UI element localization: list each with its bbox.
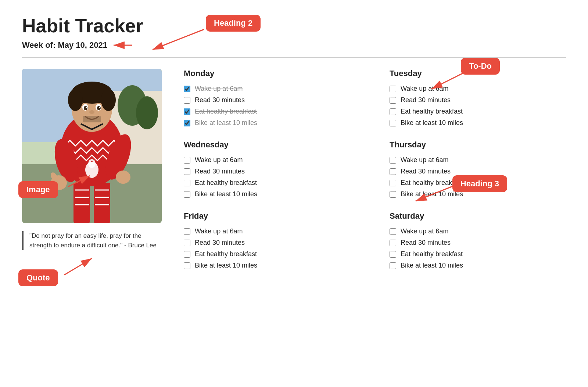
task-checkbox-m2[interactable] [184, 97, 190, 104]
left-column: Image "Do not pray for an easy life, pra… [22, 69, 162, 283]
task-checkbox-w3[interactable] [184, 180, 190, 186]
task-item: Wake up at 6am [184, 85, 360, 93]
task-checkbox-f1[interactable] [184, 228, 190, 235]
task-checkbox-t4[interactable] [390, 120, 396, 126]
task-item: Eat healthy breakfast [184, 108, 360, 115]
task-label: Bike at least 10 miles [195, 262, 257, 269]
day-section-friday: FridayWake up at 6amRead 30 minutesEat h… [184, 211, 360, 269]
task-checkbox-m4[interactable] [184, 120, 190, 126]
svg-point-22 [101, 89, 116, 111]
task-checkbox-w2[interactable] [184, 168, 190, 175]
svg-point-28 [99, 107, 100, 108]
task-checkbox-m1[interactable] [184, 86, 190, 92]
task-item: Read 30 minutes [390, 168, 566, 175]
days-grid: MondayWake up at 6amRead 30 minutesEat h… [184, 69, 566, 283]
quote-text: "Do not pray for an easy life, pray for … [29, 231, 162, 250]
task-item: Eat healthy breakfast [390, 108, 566, 115]
day-section-tuesday: TuesdayWake up at 6amRead 30 minutesEat … [390, 69, 566, 127]
svg-point-27 [86, 107, 87, 108]
task-item: Bike at least 10 miles [184, 190, 360, 198]
task-item: Eat healthy breakfast [184, 179, 360, 187]
task-item: Wake up at 6am [390, 85, 566, 93]
svg-line-41 [431, 71, 468, 89]
svg-point-11 [88, 159, 96, 168]
day-title-saturday: Saturday [390, 211, 566, 222]
quote-arrow [62, 255, 99, 277]
svg-rect-32 [94, 183, 110, 223]
task-label: Read 30 minutes [195, 168, 245, 175]
svg-rect-31 [74, 183, 90, 223]
task-item: Bike at least 10 miles [184, 262, 360, 269]
task-checkbox-sa2[interactable] [390, 240, 396, 246]
task-label: Eat healthy breakfast [195, 250, 257, 258]
task-label: Wake up at 6am [401, 156, 448, 164]
image-annotation: Image [18, 181, 58, 198]
task-item: Bike at least 10 miles [184, 119, 360, 127]
heading2-arrow [149, 26, 208, 55]
task-list-monday: Wake up at 6amRead 30 minutesEat healthy… [184, 85, 360, 127]
task-list-tuesday: Wake up at 6amRead 30 minutesEat healthy… [390, 85, 566, 127]
task-label: Bike at least 10 miles [195, 190, 257, 198]
task-label: Read 30 minutes [401, 239, 451, 247]
day-title-monday: Monday [184, 69, 360, 80]
task-item: Read 30 minutes [184, 239, 360, 247]
day-section-wednesday: WednesdayWake up at 6amRead 30 minutesEa… [184, 140, 360, 198]
task-label: Wake up at 6am [401, 227, 448, 235]
task-label: Read 30 minutes [401, 96, 451, 104]
task-item: Bike at least 10 miles [390, 262, 566, 269]
svg-point-25 [84, 106, 87, 110]
day-title-friday: Friday [184, 211, 360, 222]
task-checkbox-th3[interactable] [390, 180, 396, 186]
header-area: Habit Tracker Heading 2 Week of: May 10,… [22, 15, 566, 50]
task-checkbox-t2[interactable] [390, 97, 396, 104]
task-label: Wake up at 6am [195, 227, 243, 235]
week-arrow [112, 41, 134, 50]
svg-point-21 [68, 89, 83, 111]
task-checkbox-f4[interactable] [184, 262, 190, 269]
heading3-label: Heading 3 [452, 175, 507, 192]
task-item: Wake up at 6am [390, 227, 566, 235]
day-title-wednesday: Wednesday [184, 140, 360, 151]
task-label: Bike at least 10 miles [195, 119, 257, 127]
heading3-arrow [412, 183, 460, 208]
svg-line-1 [153, 29, 204, 50]
task-checkbox-sa3[interactable] [390, 251, 396, 258]
task-checkbox-f2[interactable] [184, 240, 190, 246]
week-label: Week of: May 10, 2021 [22, 40, 566, 50]
task-label: Read 30 minutes [401, 168, 451, 175]
quote-label: Quote [18, 269, 58, 286]
task-checkbox-th2[interactable] [390, 168, 396, 175]
task-checkbox-t3[interactable] [390, 108, 396, 115]
page-title: Habit Tracker [22, 15, 566, 37]
heading2-label: Heading 2 [206, 15, 261, 32]
task-label: Eat healthy breakfast [401, 108, 463, 115]
day-title-thursday: Thursday [390, 140, 566, 151]
task-checkbox-sa4[interactable] [390, 262, 396, 269]
task-checkbox-th1[interactable] [390, 157, 396, 164]
task-label: Wake up at 6am [195, 85, 243, 93]
task-list-friday: Wake up at 6amRead 30 minutesEat healthy… [184, 227, 360, 269]
person-image [22, 69, 162, 223]
task-checkbox-sa1[interactable] [390, 228, 396, 235]
task-item: Eat healthy breakfast [184, 250, 360, 258]
task-checkbox-m3[interactable] [184, 108, 190, 115]
quote-block: "Do not pray for an easy life, pray for … [22, 231, 162, 250]
task-list-saturday: Wake up at 6amRead 30 minutesEat healthy… [390, 227, 566, 269]
svg-point-7 [136, 96, 158, 129]
heading3-annotation: Heading 3 [452, 175, 507, 192]
task-label: Read 30 minutes [195, 96, 245, 104]
task-checkbox-f3[interactable] [184, 251, 190, 258]
task-item: Wake up at 6am [390, 156, 566, 164]
task-list-wednesday: Wake up at 6amRead 30 minutesEat healthy… [184, 156, 360, 198]
svg-point-16 [116, 171, 130, 184]
task-label: Eat healthy breakfast [195, 108, 257, 115]
day-section-monday: MondayWake up at 6amRead 30 minutesEat h… [184, 69, 360, 127]
days-container: To-Do Heading 3 MondayWake up at 6amRead… [184, 69, 566, 283]
task-checkbox-w1[interactable] [184, 157, 190, 164]
task-checkbox-th4[interactable] [390, 191, 396, 198]
task-checkbox-t1[interactable] [390, 86, 396, 92]
svg-rect-30 [83, 116, 101, 122]
task-label: Bike at least 10 miles [401, 262, 463, 269]
svg-line-42 [416, 186, 452, 201]
task-checkbox-w4[interactable] [184, 191, 190, 198]
